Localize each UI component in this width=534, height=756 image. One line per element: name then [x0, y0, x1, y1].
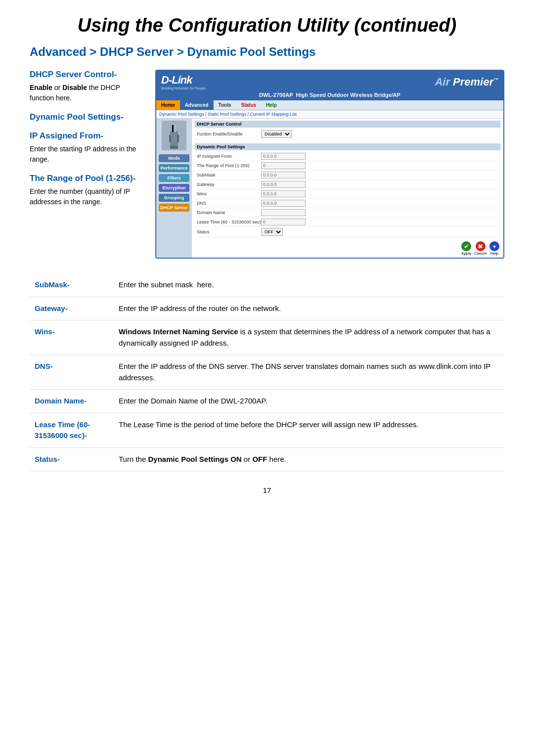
router-footer: ✔ Apply ✖ Cancel + Help — [192, 239, 503, 258]
field-input-7[interactable] — [261, 219, 306, 225]
air-premier-logo: Air Premier™ — [435, 76, 498, 89]
function-enable-row: Fuction Enable/Disable Disabled Enabled — [195, 129, 500, 139]
apply-label: Apply — [461, 251, 471, 256]
field-row-3: Gateway — [195, 180, 500, 189]
device-subtitle: High Speed Outdoor Wireless Bridge/AP — [296, 92, 400, 98]
term-lease: Lease Time (60-31536000 sec)- — [30, 413, 114, 447]
tab-advanced[interactable]: Advanced — [180, 100, 214, 110]
field-label-1: The Range of Pool (1-255) — [197, 163, 261, 168]
svg-rect-2 — [175, 124, 176, 132]
left-panel: DHCP Server Control- Enable or Disable t… — [30, 70, 143, 259]
range-body: Enter the number (quantity) of IP addres… — [30, 186, 143, 207]
logo-sub: Building Networks for People — [161, 87, 206, 90]
desc-row-gateway: Gateway- Enter the IP address of the rou… — [30, 297, 504, 320]
ip-assigned-title: IP Assigned From- — [30, 131, 143, 141]
dhcp-control-section: DHCP Server Control Fuction Enable/Disab… — [192, 119, 503, 141]
field-label-6: Domain Name — [197, 210, 261, 215]
desc-row-dns: DNS- Enter the IP address of the DNS ser… — [30, 355, 504, 390]
field-row-4: Wins — [195, 189, 500, 199]
term-wins: Wins- — [30, 320, 114, 355]
apply-icon: ✔ — [461, 241, 471, 251]
sidebar-btn-grouping[interactable]: Grouping — [159, 194, 189, 202]
field-input-4[interactable] — [261, 190, 306, 197]
dynamic-pool-title: Dynamic Pool Settings- — [30, 112, 143, 122]
sidebar-btn-filters[interactable]: Filters — [159, 174, 189, 182]
field-select-8[interactable]: OFF ON — [261, 228, 283, 236]
def-submask: Enter the subnet mask here. — [114, 273, 504, 297]
term-dns: DNS- — [30, 355, 114, 390]
router-header: D-Link Building Networks for People Air … — [156, 71, 503, 92]
field-input-3[interactable] — [261, 181, 306, 188]
help-btn[interactable]: + Help — [490, 241, 499, 256]
desc-row-submask: SubMask- Enter the subnet mask here. — [30, 273, 504, 297]
field-row-5: DNS — [195, 199, 500, 208]
help-label: Help — [490, 251, 498, 256]
def-domain: Enter the Domain Name of the DWL-2700AP. — [114, 390, 504, 413]
function-enable-label: Fuction Enable/Disable — [197, 132, 261, 136]
def-wins: Windows Internet Naming Service is a sys… — [114, 320, 504, 355]
tm-text: ™ — [493, 77, 498, 82]
field-row-0: IP Assigned From — [195, 152, 500, 161]
desc-row-lease: Lease Time (60-31536000 sec)- The Lease … — [30, 413, 504, 447]
cancel-btn[interactable]: ✖ Cancel — [474, 241, 487, 256]
field-label-5: DNS — [197, 201, 261, 206]
svg-rect-3 — [169, 135, 171, 142]
router-body: Mode Performance Filters Encryption Grou… — [156, 119, 503, 258]
sidebar-btn-mode[interactable]: Mode — [159, 154, 189, 162]
nav-tabs: Home Advanced Tools Status Help — [156, 100, 503, 110]
tab-tools[interactable]: Tools — [214, 100, 236, 110]
field-input-0[interactable] — [261, 153, 306, 160]
device-image — [162, 121, 186, 150]
def-lease: The Lease Time is the period of time bef… — [114, 413, 504, 447]
router-subtitle: DWL-2700AP High Speed Outdoor Wireless B… — [156, 92, 503, 100]
page-title: Using the Configuration Utility (continu… — [30, 15, 504, 36]
field-input-5[interactable] — [261, 200, 306, 207]
term-domain: Domain Name- — [30, 390, 114, 413]
tab-home[interactable]: Home — [156, 100, 180, 110]
def-dns: Enter the IP address of the DNS server. … — [114, 355, 504, 390]
apply-btn[interactable]: ✔ Apply — [461, 241, 471, 256]
field-label-3: Gateway — [197, 182, 261, 187]
field-label-2: SubMask — [197, 173, 261, 178]
field-row-6: Domain Name — [195, 208, 500, 218]
def-status: Turn the Dynamic Pool Settings ON or OFF… — [114, 447, 504, 471]
premier-text: Premier — [450, 76, 493, 88]
svg-rect-4 — [177, 135, 179, 142]
dhcp-server-control-body: Enable or Disable the DHCP function here… — [30, 83, 143, 103]
breadcrumb: Dynamic Pool Settings / Static Pool Sett… — [156, 110, 503, 119]
air-text: Air — [435, 76, 450, 88]
breadcrumb-text: Dynamic Pool Settings / Static Pool Sett… — [159, 112, 297, 117]
dhcp-server-control-title: DHCP Server Control- — [30, 70, 143, 80]
cancel-icon: ✖ — [476, 241, 486, 251]
sidebar-btn-dhcp[interactable]: DHCP Server — [159, 204, 189, 212]
sidebar-btn-performance[interactable]: Performance — [159, 164, 189, 172]
svg-rect-5 — [170, 146, 178, 149]
field-input-1[interactable] — [261, 162, 306, 169]
router-sidebar: Mode Performance Filters Encryption Grou… — [156, 119, 192, 258]
cancel-label: Cancel — [474, 251, 487, 256]
field-input-6[interactable] — [261, 209, 306, 216]
field-row-2: SubMask — [195, 171, 500, 180]
desc-row-domain: Domain Name- Enter the Domain Name of th… — [30, 390, 504, 413]
page-number: 17 — [30, 486, 504, 494]
sidebar-btn-encryption[interactable]: Encryption — [159, 184, 189, 192]
field-label-0: IP Assigned From — [197, 154, 261, 159]
def-gateway: Enter the IP address of the router on th… — [114, 297, 504, 320]
function-enable-select[interactable]: Disabled Enabled — [261, 130, 292, 138]
descriptions-table: SubMask- Enter the subnet mask here. Gat… — [30, 273, 504, 471]
tab-help[interactable]: Help — [261, 100, 282, 110]
router-panel: D-Link Building Networks for People Air … — [155, 70, 504, 259]
range-title: The Range of Pool (1-256)- — [30, 174, 143, 183]
tab-status[interactable]: Status — [236, 100, 262, 110]
router-main: DHCP Server Control Fuction Enable/Disab… — [192, 119, 503, 258]
field-input-2[interactable] — [261, 172, 306, 178]
device-svg — [164, 121, 184, 150]
field-row-8: Status OFF ON — [195, 227, 500, 237]
dynamic-pool-section: Dynamic Pool Settings IP Assigned From T… — [192, 141, 503, 239]
term-status: Status- — [30, 447, 114, 471]
term-gateway: Gateway- — [30, 297, 114, 320]
logo-main: D-Link — [161, 74, 206, 87]
field-row-1: The Range of Pool (1-255) — [195, 161, 500, 171]
device-model: DWL-2700AP — [259, 92, 293, 98]
dlink-logo: D-Link Building Networks for People — [161, 74, 206, 90]
